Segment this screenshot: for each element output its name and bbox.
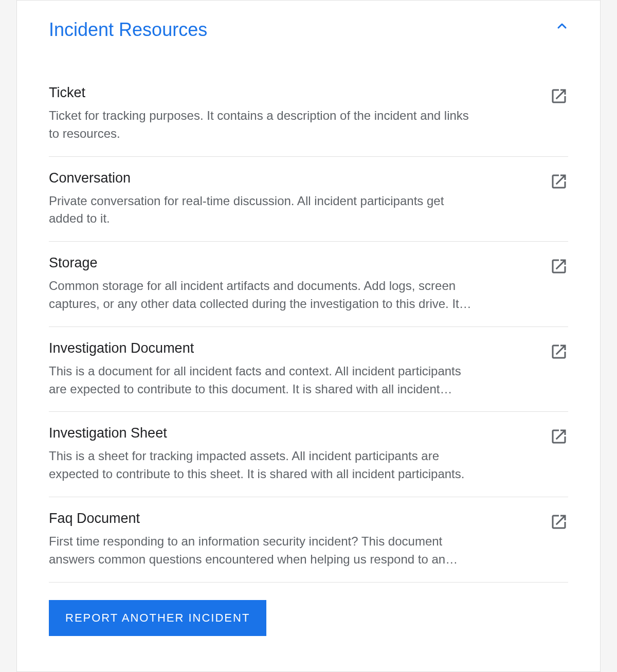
open-external-icon[interactable] — [550, 172, 568, 191]
resource-title: Conversation — [49, 170, 481, 186]
resource-title: Ticket — [49, 85, 481, 101]
resource-title: Faq Document — [49, 511, 481, 526]
resource-description: This is a sheet for tracking impacted as… — [49, 447, 481, 483]
resource-text: Investigation Document This is a documen… — [49, 340, 481, 398]
resource-description: This is a document for all incident fact… — [49, 362, 481, 398]
resource-description: Ticket for tracking purposes. It contain… — [49, 107, 481, 143]
open-external-icon[interactable] — [550, 427, 568, 446]
open-external-icon[interactable] — [550, 513, 568, 531]
resource-item-storage[interactable]: Storage Common storage for all incident … — [49, 242, 568, 327]
resource-text: Faq Document First time responding to an… — [49, 511, 481, 569]
resource-item-ticket[interactable]: Ticket Ticket for tracking purposes. It … — [49, 71, 568, 157]
section-title: Incident Resources — [49, 19, 207, 41]
resource-description: Private conversation for real-time discu… — [49, 192, 481, 228]
resource-item-faq-document[interactable]: Faq Document First time responding to an… — [49, 497, 568, 583]
open-external-icon[interactable] — [550, 257, 568, 276]
resource-text: Ticket Ticket for tracking purposes. It … — [49, 85, 481, 143]
resource-text: Storage Common storage for all incident … — [49, 255, 481, 313]
resource-title: Storage — [49, 255, 481, 271]
resource-title: Investigation Document — [49, 340, 481, 356]
open-external-icon[interactable] — [550, 87, 568, 105]
resource-title: Investigation Sheet — [49, 425, 481, 441]
resource-text: Conversation Private conversation for re… — [49, 170, 481, 228]
resource-item-investigation-document[interactable]: Investigation Document This is a documen… — [49, 327, 568, 412]
open-external-icon[interactable] — [550, 342, 568, 361]
resource-description: Common storage for all incident artifact… — [49, 277, 481, 313]
resource-description: First time responding to an information … — [49, 533, 481, 569]
incident-resources-panel: Incident Resources Ticket Ticket for tra… — [16, 0, 601, 672]
resource-item-conversation[interactable]: Conversation Private conversation for re… — [49, 157, 568, 242]
report-another-incident-button[interactable]: REPORT ANOTHER INCIDENT — [49, 600, 266, 636]
resource-text: Investigation Sheet This is a sheet for … — [49, 425, 481, 483]
resource-item-investigation-sheet[interactable]: Investigation Sheet This is a sheet for … — [49, 412, 568, 497]
section-header: Incident Resources — [49, 19, 568, 71]
collapse-icon[interactable] — [556, 20, 568, 32]
